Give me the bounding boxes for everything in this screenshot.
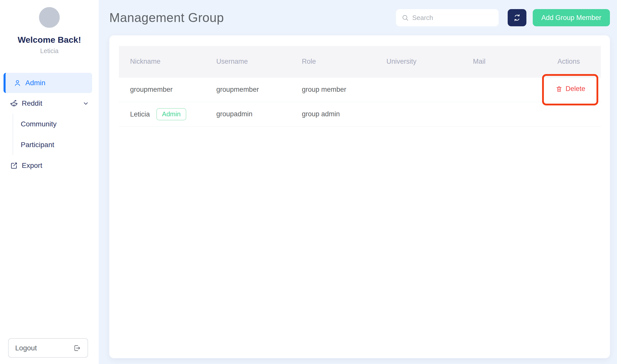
column-header-university: University [375,46,462,77]
chevron-down-icon [83,100,89,107]
group-table-card: Nickname Username Role University Mail A… [109,35,610,358]
table-row: groupmember groupmember group member [119,77,601,102]
sidebar-item-export[interactable]: Export [0,155,99,176]
column-header-role: Role [291,46,375,77]
refresh-button[interactable] [508,9,526,26]
main-content: Management Group [99,0,617,364]
cell-username: groupadmin [205,102,291,126]
logout-label: Logout [15,344,37,352]
group-members-table: Nickname Username Role University Mail A… [119,46,601,127]
page-title: Management Group [109,10,224,25]
topbar-actions: Add Group Member [396,9,610,26]
refresh-icon [513,14,521,22]
sidebar-item-participant[interactable]: Participant [13,134,99,155]
search-icon [402,14,409,21]
column-header-nickname: Nickname [119,46,205,77]
user-icon [14,79,21,87]
search-input[interactable] [412,14,497,22]
cell-mail [462,77,546,102]
table-row: LeticiaAdmin groupadmin group admin [119,102,601,126]
cell-university [375,77,462,102]
cell-role: group admin [291,102,375,126]
sidebar-item-label: Participant [21,141,54,149]
topbar: Management Group [109,0,617,35]
sidebar-item-label: Admin [25,79,45,87]
cell-role: group member [291,77,375,102]
cell-nickname: groupmember [119,77,205,102]
cell-mail [462,102,546,126]
sidebar-menu: Admin Reddit [0,73,99,176]
current-user-name: Leticia [40,47,58,55]
search-box [396,9,499,26]
sidebar-item-label: Export [22,162,42,170]
welcome-heading: Welcome Back! [18,35,81,45]
cell-university [375,102,462,126]
sidebar-item-admin[interactable]: Admin [4,73,92,93]
table-header-row: Nickname Username Role University Mail A… [119,46,601,77]
sidebar-item-reddit[interactable]: Reddit [0,93,99,114]
cell-nickname: LeticiaAdmin [119,102,205,126]
cell-actions [546,102,601,126]
export-icon [10,162,18,169]
sidebar-item-label: Community [21,120,57,128]
column-header-username: Username [205,46,291,77]
avatar [39,7,60,28]
logout-button[interactable]: Logout [8,338,88,358]
column-header-mail: Mail [462,46,546,77]
delete-label: Delete [566,85,585,93]
reddit-submenu: Community Participant [13,114,99,155]
cell-actions: Delete [546,77,601,102]
column-header-actions: Actions [546,46,601,77]
trash-icon [556,85,563,93]
sidebar: Welcome Back! Leticia Admin [0,0,99,364]
reddit-icon [10,100,18,107]
cell-username: groupmember [205,77,291,102]
add-group-member-button[interactable]: Add Group Member [533,9,610,26]
sidebar-item-community[interactable]: Community [13,114,99,134]
delete-button[interactable]: Delete [556,85,585,93]
sidebar-item-label: Reddit [22,99,42,107]
admin-badge: Admin [156,108,186,120]
logout-icon [73,344,81,352]
